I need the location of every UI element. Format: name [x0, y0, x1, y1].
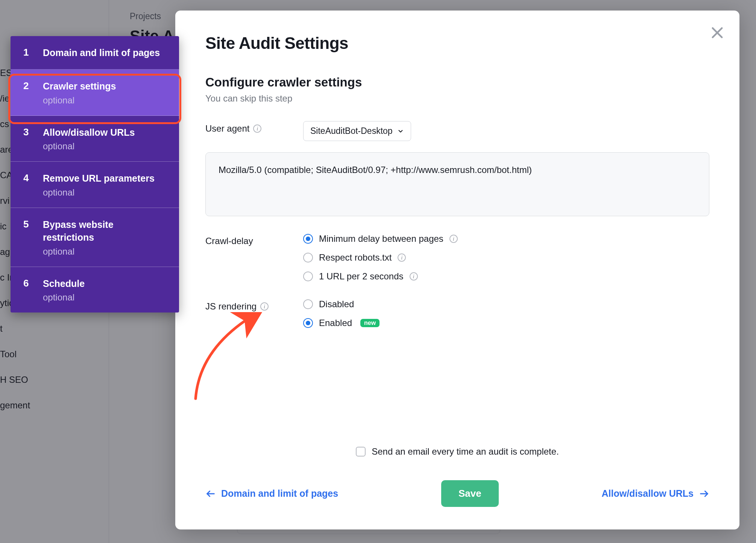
save-button[interactable]: Save	[441, 480, 499, 507]
js-radio[interactable]: Enabled new	[303, 318, 709, 328]
radio-label: 1 URL per 2 seconds	[319, 271, 404, 282]
wizard-step[interactable]: 4 Remove URL parameters optional	[11, 162, 179, 208]
prev-step-link[interactable]: Domain and limit of pages	[205, 488, 338, 499]
info-icon[interactable]: i	[253, 124, 261, 133]
info-icon[interactable]: i	[398, 253, 406, 262]
step-optional: optional	[43, 187, 166, 198]
radio-label: Respect robots.txt	[319, 252, 392, 263]
row-user-agent: User agent i SiteAuditBot-Desktop	[205, 121, 709, 141]
row-crawl-delay: Crawl-delay Minimum delay between pages …	[205, 234, 709, 282]
wizard-step[interactable]: 6 Schedule optional	[11, 267, 179, 313]
step-name: Bypass website restrictions	[43, 218, 166, 244]
prev-step-label: Domain and limit of pages	[221, 488, 338, 499]
radio-icon	[303, 299, 313, 309]
close-icon[interactable]	[709, 25, 725, 41]
crawl-delay-label-text: Crawl-delay	[205, 236, 253, 246]
row-js-rendering: JS rendering i Disabled Enabled new	[205, 299, 709, 328]
radio-icon	[303, 318, 313, 328]
js-rendering-label-text: JS rendering	[205, 301, 257, 312]
email-row: Send an email every time an audit is com…	[205, 446, 709, 457]
wizard-step[interactable]: 2 Crawler settings optional	[11, 70, 179, 116]
user-agent-string-box: Mozilla/5.0 (compatible; SiteAuditBot/0.…	[205, 152, 709, 216]
info-icon[interactable]: i	[260, 302, 269, 311]
step-optional: optional	[43, 246, 166, 257]
step-optional: optional	[43, 292, 166, 303]
step-optional: optional	[43, 95, 166, 106]
step-number: 2	[23, 80, 32, 106]
info-icon[interactable]: i	[410, 272, 418, 281]
settings-modal: Site Audit Settings Configure crawler se…	[175, 11, 739, 529]
radio-label: Enabled	[319, 318, 352, 328]
wizard-stepper: 1 Domain and limit of pages 2 Crawler se…	[11, 36, 179, 312]
user-agent-value: SiteAuditBot-Desktop	[310, 126, 393, 136]
js-rendering-options: Disabled Enabled new	[303, 299, 709, 328]
crawl-delay-label: Crawl-delay	[205, 234, 292, 246]
next-step-label: Allow/disallow URLs	[602, 488, 694, 499]
step-number: 5	[23, 218, 32, 257]
arrow-left-icon	[205, 488, 216, 499]
step-name: Domain and limit of pages	[43, 47, 166, 59]
step-name: Allow/disallow URLs	[43, 126, 166, 139]
js-radio[interactable]: Disabled	[303, 299, 709, 309]
step-name: Crawler settings	[43, 80, 166, 93]
arrow-right-icon	[699, 488, 709, 499]
step-number: 4	[23, 172, 32, 198]
modal-footer: Send an email every time an audit is com…	[205, 480, 709, 507]
section-title: Configure crawler settings	[205, 75, 709, 89]
next-step-link[interactable]: Allow/disallow URLs	[602, 488, 709, 499]
step-number: 6	[23, 278, 32, 303]
user-agent-select[interactable]: SiteAuditBot-Desktop	[303, 121, 411, 141]
user-agent-label: User agent i	[205, 121, 292, 134]
wizard-step[interactable]: 3 Allow/disallow URLs optional	[11, 116, 179, 162]
user-agent-label-text: User agent	[205, 123, 249, 134]
modal-title: Site Audit Settings	[205, 34, 709, 53]
crawl-delay-radio[interactable]: 1 URL per 2 seconds i	[303, 271, 709, 282]
wizard-step[interactable]: 5 Bypass website restrictions optional	[11, 208, 179, 267]
step-optional: optional	[43, 141, 166, 152]
radio-icon	[303, 272, 313, 281]
crawl-delay-options: Minimum delay between pages i Respect ro…	[303, 234, 709, 282]
info-icon[interactable]: i	[449, 235, 458, 243]
js-rendering-label: JS rendering i	[205, 299, 292, 312]
radio-icon	[303, 234, 313, 244]
chevron-down-icon	[397, 128, 404, 135]
step-name: Remove URL parameters	[43, 172, 166, 185]
step-number: 1	[23, 47, 32, 59]
wizard-step[interactable]: 1 Domain and limit of pages	[11, 36, 179, 70]
step-name: Schedule	[43, 278, 166, 290]
radio-label: Minimum delay between pages	[319, 234, 443, 244]
crawl-delay-radio[interactable]: Respect robots.txt i	[303, 252, 709, 263]
new-badge: new	[360, 319, 380, 327]
radio-label: Disabled	[319, 299, 354, 309]
radio-icon	[303, 253, 313, 262]
email-checkbox[interactable]	[356, 447, 366, 457]
step-number: 3	[23, 126, 32, 152]
section-hint: You can skip this step	[205, 93, 709, 104]
crawl-delay-radio[interactable]: Minimum delay between pages i	[303, 234, 709, 244]
email-label: Send an email every time an audit is com…	[372, 446, 559, 457]
